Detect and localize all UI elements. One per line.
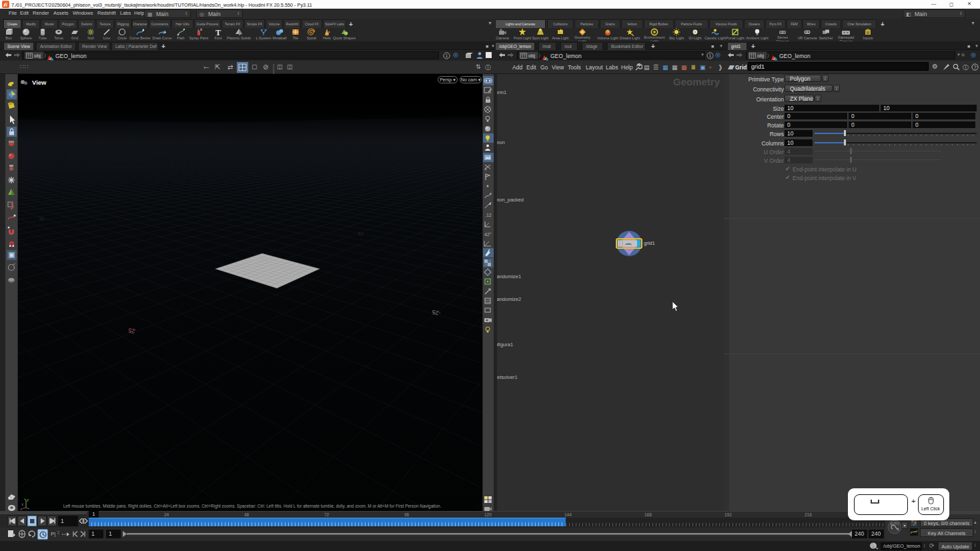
svg-text:T: T xyxy=(215,28,221,36)
svg-text:x: x xyxy=(21,507,23,510)
svg-text:AUTO: AUTO xyxy=(890,522,899,526)
svg-text:?: ? xyxy=(973,64,976,70)
svg-text:y: y xyxy=(27,498,29,502)
svg-text:1: 1 xyxy=(709,53,712,58)
svg-text:-25: -25 xyxy=(358,231,365,237)
svg-text:P|: P| xyxy=(51,531,55,537)
svg-text:25: 25 xyxy=(128,327,136,335)
svg-text:.12: .12 xyxy=(485,213,492,217)
svg-text:25: 25 xyxy=(39,216,45,221)
svg-text:42°: 42° xyxy=(484,232,492,237)
svg-text:z: z xyxy=(22,502,24,506)
svg-text:1: 1 xyxy=(446,53,448,58)
